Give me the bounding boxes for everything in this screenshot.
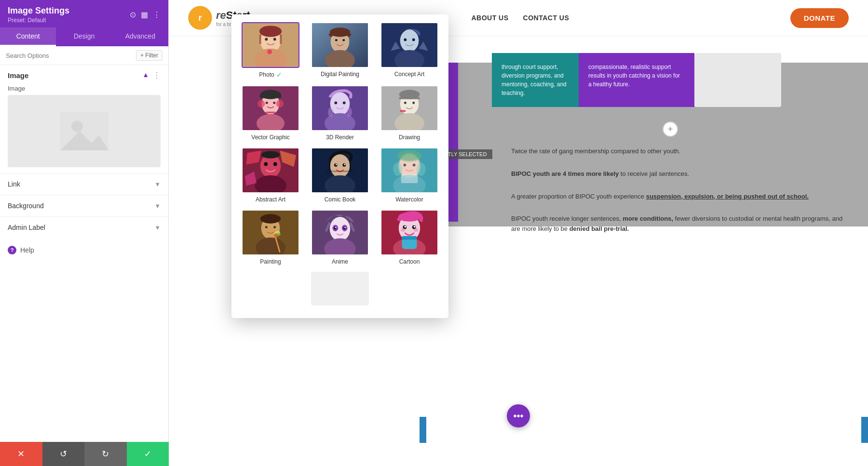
background-section: Background ▼ xyxy=(0,195,168,216)
style-label-vector: Vector Graphic xyxy=(251,134,289,141)
svg-point-20 xyxy=(342,39,345,41)
style-thumb-painting[interactable] xyxy=(242,210,299,255)
thumb-abstract-img xyxy=(243,148,298,192)
background-label: Background xyxy=(8,202,44,210)
svg-point-36 xyxy=(276,100,284,107)
svg-point-1 xyxy=(71,120,83,132)
style-thumb-concept[interactable] xyxy=(380,22,438,68)
style-thumb-vector[interactable] xyxy=(242,85,299,131)
svg-point-42 xyxy=(343,101,346,104)
style-item-abstract[interactable]: Abstract Art xyxy=(239,147,302,203)
collapse-icon[interactable]: ▲ xyxy=(142,71,149,80)
search-input[interactable] xyxy=(6,52,132,59)
style-item-digital[interactable]: Digital Painting xyxy=(309,22,371,79)
panel-title-area: Image Settings Preset: Default xyxy=(8,6,69,24)
style-thumb-anime[interactable] xyxy=(311,210,369,255)
fab-button[interactable]: ••• xyxy=(507,404,530,427)
svg-point-26 xyxy=(412,38,415,41)
panel-title: Image Settings xyxy=(8,6,69,16)
style-thumb-drawing[interactable] xyxy=(380,85,438,131)
style-label-cartoon: Cartoon xyxy=(399,258,420,265)
svg-rect-51 xyxy=(400,110,406,112)
link-chevron: ▼ xyxy=(154,181,161,188)
svg-point-77 xyxy=(393,163,402,176)
admin-label-row[interactable]: Admin Label ▼ xyxy=(8,217,161,238)
donate-button[interactable]: DONATE xyxy=(790,8,849,28)
focus-icon[interactable]: ⊙ xyxy=(130,10,136,19)
svg-point-74 xyxy=(403,163,406,166)
svg-rect-70 xyxy=(326,171,354,172)
thumb-anime-img xyxy=(312,211,368,254)
nav-contact[interactable]: CONTACT US xyxy=(523,14,570,22)
style-thumb-3d[interactable] xyxy=(311,85,369,131)
style-thumb-digital[interactable] xyxy=(311,22,369,68)
svg-point-105 xyxy=(414,226,416,227)
svg-rect-79 xyxy=(401,174,418,183)
preset-label[interactable]: Preset: Default xyxy=(8,17,69,24)
svg-point-49 xyxy=(412,102,415,104)
style-label-3d: 3D Render xyxy=(326,134,354,141)
svg-point-32 xyxy=(266,102,268,104)
style-picker-modal: Photo ✓ xyxy=(231,14,448,318)
tab-content[interactable]: Content xyxy=(0,27,56,46)
svg-point-83 xyxy=(265,226,268,228)
bottom-bar: ✕ ↺ ↻ ✓ xyxy=(0,442,169,466)
admin-label-section: Admin Label ▼ xyxy=(0,216,168,238)
cancel-button[interactable]: ✕ xyxy=(0,442,42,466)
filter-button[interactable]: + Filter xyxy=(136,50,163,61)
save-button[interactable]: ✓ xyxy=(127,442,169,466)
style-item-vector[interactable]: Vector Graphic xyxy=(239,85,302,141)
image-placeholder[interactable] xyxy=(8,95,161,167)
style-item-3d[interactable]: 3D Render xyxy=(309,85,371,141)
link-row[interactable]: Link ▼ xyxy=(8,173,161,195)
style-item-comic[interactable]: Comic Book xyxy=(309,147,371,203)
reset-button[interactable]: ↺ xyxy=(42,442,85,466)
style-item-anime[interactable]: Anime xyxy=(309,210,371,265)
style-thumb-cartoon[interactable] xyxy=(380,210,438,255)
svg-point-35 xyxy=(258,100,265,107)
style-thumb-watercolor[interactable] xyxy=(380,147,438,193)
tab-advanced[interactable]: Advanced xyxy=(112,27,168,46)
tab-design[interactable]: Design xyxy=(56,27,112,46)
style-item-watercolor[interactable]: Watercolor xyxy=(378,147,441,203)
style-item-drawing[interactable]: Drawing xyxy=(378,85,441,141)
photo-checkmark: ✓ xyxy=(276,71,282,79)
help-label: Help xyxy=(20,246,34,254)
plus-circle-button[interactable]: + xyxy=(663,121,678,137)
placeholder-svg xyxy=(60,112,108,150)
help-section[interactable]: ? Help xyxy=(0,238,168,262)
thumb-3d-img xyxy=(312,86,368,130)
svg-rect-13 xyxy=(280,35,282,44)
thumb-cartoon-img xyxy=(381,211,437,254)
style-item-painting[interactable]: Painting xyxy=(239,210,302,265)
background-chevron: ▼ xyxy=(154,202,161,210)
style-thumb-comic[interactable] xyxy=(311,147,369,193)
style-thumb-abstract[interactable] xyxy=(242,147,299,193)
thumb-digital-img xyxy=(312,23,368,67)
image-section: Image ▲ ⋮ Image xyxy=(0,65,168,173)
modal-scroll-area[interactable]: Photo ✓ xyxy=(231,14,448,313)
style-thumb-photo[interactable] xyxy=(242,22,299,68)
card-teal: through court support, diversion program… xyxy=(492,53,579,107)
style-item-cartoon[interactable]: Cartoon xyxy=(378,210,441,265)
layout-icon[interactable]: ▦ xyxy=(141,10,148,19)
thumb-concept-img xyxy=(381,23,437,67)
more-icon[interactable]: ⋮ xyxy=(153,10,161,19)
section-menu-icon[interactable]: ⋮ xyxy=(153,71,161,80)
svg-point-33 xyxy=(273,102,275,104)
image-field-label: Image xyxy=(8,85,161,92)
svg-point-104 xyxy=(404,226,406,227)
svg-point-84 xyxy=(273,226,276,228)
svg-point-56 xyxy=(273,162,277,166)
redo-button[interactable]: ↻ xyxy=(84,442,127,466)
style-label-watercolor: Watercolor xyxy=(395,196,423,203)
right-content: through court support, diversion program… xyxy=(473,43,868,250)
admin-label-text: Admin Label xyxy=(8,224,45,231)
style-label-digital: Digital Painting xyxy=(321,71,359,78)
svg-point-48 xyxy=(404,102,407,104)
modal-bottom-area xyxy=(239,272,441,306)
style-item-photo[interactable]: Photo ✓ xyxy=(239,22,302,79)
nav-about[interactable]: ABOUT US xyxy=(471,14,508,22)
style-item-concept[interactable]: Concept Art xyxy=(378,22,441,79)
background-row[interactable]: Background ▼ xyxy=(8,195,161,216)
